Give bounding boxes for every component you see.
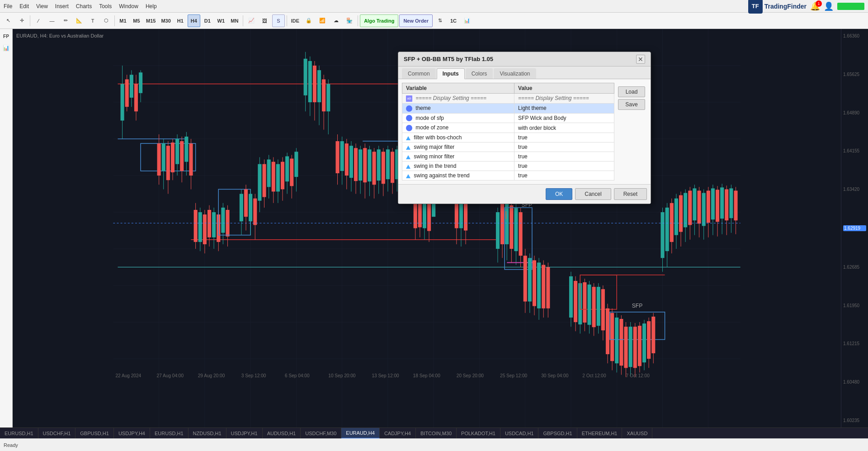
- tf-w1[interactable]: W1: [215, 14, 227, 27]
- separator-3: [243, 15, 243, 26]
- tab-eurusd-h1-2[interactable]: EURUSD,H1: [150, 428, 189, 439]
- tab-usdchf-m30[interactable]: USDCHF,M30: [301, 428, 341, 439]
- tab-polkadot-h1[interactable]: POLKADOT,H1: [457, 428, 500, 439]
- algo-trading-btn[interactable]: Algo Trading: [360, 14, 398, 27]
- tab-inputs[interactable]: Inputs: [437, 68, 465, 79]
- separator-4: [287, 15, 287, 26]
- menu-view[interactable]: View: [36, 3, 48, 9]
- tf-m15[interactable]: M15: [144, 14, 158, 27]
- row-variable-text: ===== Display Setting =====: [415, 95, 486, 101]
- shapes-tool[interactable]: ⬡: [100, 14, 113, 27]
- tf-mn[interactable]: MN: [228, 14, 241, 27]
- tab-usdchf-h1[interactable]: USDCHF,H1: [38, 428, 76, 439]
- row-variable: filter with bos-choch: [402, 133, 514, 142]
- tf-d1[interactable]: D1: [201, 14, 214, 27]
- tab-usdjpy-h1[interactable]: USDJPY,H1: [226, 428, 263, 439]
- ok-button[interactable]: OK: [546, 188, 572, 200]
- crosshair-tool[interactable]: ✛: [15, 14, 28, 27]
- cloud-btn[interactable]: ☁: [330, 14, 342, 27]
- depth-btn[interactable]: ⇅: [434, 14, 446, 27]
- status-text: Ready: [4, 442, 18, 448]
- tab-eurusd-h1[interactable]: EURUSD,H1: [0, 428, 38, 439]
- row-variable: swing minor filter: [402, 152, 514, 161]
- tab-usdjpy-h4[interactable]: USDJPY,H4: [114, 428, 150, 439]
- tf-h4[interactable]: H4: [188, 14, 200, 27]
- cursor-tool[interactable]: ↖: [2, 14, 14, 27]
- load-button[interactable]: Load: [618, 86, 645, 97]
- market-btn[interactable]: 🏪: [343, 14, 356, 27]
- tf-m5[interactable]: M5: [130, 14, 143, 27]
- menu-insert[interactable]: Insert: [55, 3, 69, 9]
- tab-common[interactable]: Common: [402, 68, 436, 79]
- tf-m1[interactable]: M1: [117, 14, 129, 27]
- menu-help[interactable]: Help: [146, 3, 157, 9]
- tab-visualization[interactable]: Visualization: [494, 68, 536, 79]
- tab-xauusd[interactable]: XAUUSD: [622, 428, 652, 439]
- menu-edit[interactable]: Edit: [19, 3, 29, 9]
- menu-charts[interactable]: Charts: [76, 3, 92, 9]
- table-row[interactable]: swing major filter true: [402, 142, 614, 152]
- menu-window[interactable]: Window: [119, 3, 138, 9]
- one-click-btn[interactable]: 1C: [447, 14, 460, 27]
- table-row[interactable]: swing against the trend true: [402, 171, 614, 180]
- dialog-close-button[interactable]: ✕: [636, 55, 645, 64]
- tab-gbpsgd-h1[interactable]: GBPSGD,H1: [538, 428, 577, 439]
- table-row[interactable]: swing minor filter true: [402, 152, 614, 161]
- row-variable: mode of sfp: [402, 113, 514, 123]
- brand-logo: TF: [748, 0, 763, 14]
- notification-icon[interactable]: 🔔 1: [810, 1, 820, 11]
- row-variable-text: swing against the trend: [414, 172, 469, 179]
- row-variable-text: filter with bos-choch: [414, 134, 462, 141]
- signal-btn[interactable]: 📶: [316, 14, 329, 27]
- row-variable-text: swing in the trend: [414, 163, 456, 169]
- tab-euraud-h4[interactable]: EURAUD,H4: [341, 428, 380, 439]
- text-tool[interactable]: T: [86, 14, 99, 27]
- save-button[interactable]: Save: [618, 99, 645, 110]
- user-icon[interactable]: 👤: [824, 1, 834, 11]
- menu-file[interactable]: File: [4, 3, 12, 9]
- table-row[interactable]: swing in the trend true: [402, 161, 614, 171]
- line-tool[interactable]: ⁄: [32, 14, 45, 27]
- hline-tool[interactable]: —: [46, 14, 58, 27]
- tab-gbpusd-h1[interactable]: GBPUSD,H1: [75, 428, 114, 439]
- template-btn[interactable]: 🖼: [259, 14, 271, 27]
- row-variable: ab ===== Display Setting =====: [402, 94, 514, 104]
- chart-type[interactable]: 📈: [245, 14, 258, 27]
- row-icon-arrow: [406, 174, 410, 178]
- row-value: true: [514, 133, 614, 142]
- tab-cadjpy-h4[interactable]: CADJPY,H4: [380, 428, 416, 439]
- dialog-title-bar: SFP + OB-BB MT5 by TFlab 1.05 ✕: [398, 52, 651, 66]
- table-row[interactable]: ab ===== Display Setting ===== ===== Dis…: [402, 94, 614, 104]
- table-row[interactable]: mode of sfp SFP Wick and Body: [402, 113, 614, 123]
- indicators-btn[interactable]: 📊: [461, 14, 473, 27]
- separator-1: [30, 15, 30, 26]
- row-variable-text: swing major filter: [414, 144, 454, 150]
- table-row[interactable]: mode of zone with order block: [402, 123, 614, 133]
- row-icon-blue: [406, 125, 412, 131]
- tf-h1[interactable]: H1: [174, 14, 187, 27]
- row-value: SFP Wick and Body: [514, 113, 614, 123]
- ide-btn[interactable]: IDE: [289, 14, 302, 27]
- new-order-btn[interactable]: New Order: [399, 14, 433, 27]
- tf-m30[interactable]: M30: [159, 14, 173, 27]
- table-row[interactable]: filter with bos-choch true: [402, 133, 614, 142]
- symbol-s[interactable]: S: [272, 14, 285, 27]
- col-variable: Variable: [402, 83, 514, 94]
- draw-tool[interactable]: ✏: [59, 14, 72, 27]
- tab-bitcoin-m30[interactable]: BITCOIN,M30: [416, 428, 457, 439]
- reset-button[interactable]: Reset: [614, 188, 647, 200]
- tab-colors[interactable]: Colors: [466, 68, 493, 79]
- dialog-side-buttons: Load Save: [616, 83, 647, 180]
- fib-tool[interactable]: 📐: [73, 14, 85, 27]
- lock-btn[interactable]: 🔒: [302, 14, 315, 27]
- row-variable: swing in the trend: [402, 161, 514, 171]
- tab-usdcad-h1[interactable]: USDCAD,H1: [500, 428, 539, 439]
- tab-nzdusd-h1[interactable]: NZDUSD,H1: [189, 428, 226, 439]
- table-row[interactable]: theme Light theme: [402, 103, 614, 113]
- menu-tools[interactable]: Tools: [99, 3, 112, 9]
- tab-ethereum-h1[interactable]: ETHEREUM,H1: [577, 428, 623, 439]
- inputs-table: Variable Value ab ===== Display Setting …: [402, 83, 614, 180]
- tab-audusd-h1[interactable]: AUDUSD,H1: [263, 428, 301, 439]
- cancel-button[interactable]: Cancel: [575, 188, 611, 200]
- row-variable: theme: [402, 103, 514, 113]
